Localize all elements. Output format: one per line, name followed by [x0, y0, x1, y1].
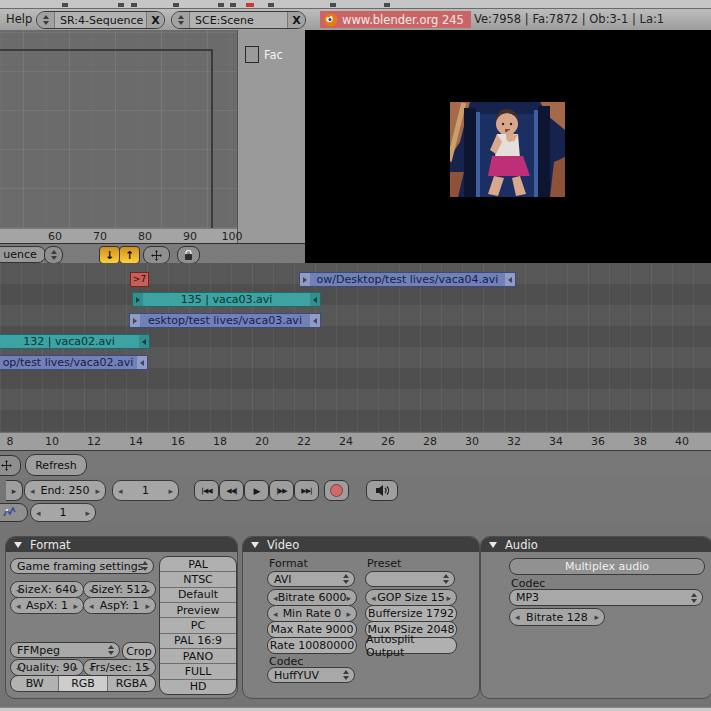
bitrate-field[interactable]: Bitrate 6000 — [267, 589, 357, 606]
preset-ntsc-button[interactable]: NTSC — [160, 572, 236, 587]
format-panel-header[interactable]: Format — [6, 537, 237, 552]
preset-full-button[interactable]: FULL — [160, 664, 236, 679]
seq-pan-button[interactable] — [0, 455, 21, 476]
channel-label[interactable]: Fac — [264, 48, 283, 62]
strip-vaca02-path[interactable]: op/test lives/vaca02.avi — [0, 355, 148, 370]
preset-preview-button[interactable]: Preview — [160, 603, 236, 618]
bw-button[interactable]: BW — [11, 676, 59, 691]
strip-label: op/test lives/vaca02.avi — [0, 356, 137, 369]
editor-type-field[interactable]: uence — [0, 246, 46, 263]
strip-right-handle[interactable] — [310, 293, 320, 306]
stepper-up-icon — [51, 250, 57, 254]
view-pan-button[interactable] — [143, 246, 170, 264]
video-panel-header[interactable]: Video — [243, 537, 479, 552]
refresh-button[interactable]: Refresh — [25, 454, 87, 476]
preset-pano-button[interactable]: PANO — [160, 649, 236, 664]
snap-down-button[interactable]: ↓ — [99, 246, 120, 264]
strip-vaca02-movie[interactable]: 132 | vaca02.avi — [0, 334, 150, 349]
scene-browser-stepper-icon[interactable] — [172, 12, 190, 28]
editor-type-button[interactable] — [0, 503, 28, 522]
strip-vaca03-path[interactable]: esktop/test lives/vaca03.avi — [129, 313, 321, 328]
end-frame-field[interactable]: End: 250 — [24, 480, 106, 501]
buttons-window: Format Game framing settings SizeX: 640 … — [0, 522, 711, 707]
lock-button[interactable] — [177, 246, 200, 264]
fps-field[interactable]: Frs/sec: 15 — [83, 659, 156, 676]
video-preset-dropdown[interactable] — [365, 571, 455, 587]
version-badge-text: www.blender.org 245 — [342, 13, 464, 27]
panel-collapse-icon[interactable] — [489, 542, 497, 548]
gop-size-field[interactable]: GOP Size 15 — [365, 589, 457, 606]
jump-to-end-button[interactable]: ▶▶| — [294, 480, 319, 501]
ruler-tick: 16 — [165, 435, 191, 448]
strip-effect[interactable]: >7 — [130, 272, 149, 287]
ruler-tick: 24 — [333, 435, 359, 448]
speaker-icon — [375, 484, 390, 497]
preset-hd-button[interactable]: HD — [160, 680, 236, 694]
cropped-text-mark — [131, 3, 137, 7]
vse-preview-window[interactable] — [305, 30, 711, 264]
next-frame-button[interactable]: |▶▶ — [269, 480, 294, 501]
play-button[interactable]: ▶ — [244, 480, 269, 501]
buttons-frame-field[interactable]: 1 — [30, 503, 96, 522]
video-format-dropdown[interactable]: AVI — [267, 571, 355, 587]
strip-left-handle[interactable] — [133, 293, 143, 306]
rgb-button[interactable]: RGB — [59, 676, 107, 691]
screen-browser[interactable]: SR:4-Sequence X — [36, 11, 165, 29]
video-codec-dropdown[interactable]: HuffYUV — [267, 667, 355, 683]
rate-button[interactable]: Rate 10080000 — [267, 637, 357, 654]
scene-browser-close-button[interactable]: X — [287, 12, 305, 28]
screen-browser-close-button[interactable]: X — [146, 12, 164, 28]
buffersize-button[interactable]: Buffersize 1792 — [365, 605, 457, 622]
audio-codec-dropdown[interactable]: MP3 — [509, 589, 703, 606]
autosplit-button[interactable]: Autosplit Output — [365, 637, 457, 654]
ipo-type-stepper[interactable] — [44, 246, 63, 264]
strip-vaca04-path[interactable]: ow/Desktop/test lives/vaca04.avi — [299, 272, 516, 287]
jump-to-start-button[interactable]: |◀◀ — [194, 480, 219, 501]
size-x-field[interactable]: SizeX: 640 — [10, 581, 84, 598]
rgba-button[interactable]: RGBA — [108, 676, 155, 691]
min-rate-field[interactable]: Min Rate 0 — [267, 605, 357, 622]
strip-right-handle[interactable] — [137, 356, 147, 369]
size-y-field[interactable]: SizeY: 512 — [83, 581, 156, 598]
crop-button[interactable]: Crop — [122, 642, 156, 660]
strip-right-handle[interactable] — [505, 273, 515, 286]
audio-panel-header[interactable]: Audio — [481, 537, 711, 552]
scene-browser-value[interactable]: SCE:Scene — [190, 12, 287, 28]
preset-default-button[interactable]: Default — [160, 588, 236, 603]
channel-checkbox[interactable] — [245, 46, 259, 63]
quality-field[interactable]: Quality: 90 — [10, 659, 84, 676]
start-field-partial[interactable]: ▸ — [6, 480, 23, 501]
scene-browser[interactable]: SCE:Scene X — [171, 11, 306, 29]
arrow-down-icon: ↓ — [105, 249, 114, 262]
dropdown-value: FFMpeg — [17, 644, 60, 657]
panel-collapse-icon[interactable] — [251, 542, 259, 548]
panel-collapse-icon[interactable] — [14, 542, 22, 548]
preset-pal169-button[interactable]: PAL 16:9 — [160, 634, 236, 649]
audio-mute-button[interactable] — [366, 480, 398, 501]
strip-right-handle[interactable] — [139, 335, 149, 348]
asp-x-field[interactable]: AspX: 1 — [10, 597, 84, 614]
help-menu[interactable]: Help — [6, 12, 32, 26]
ruler-tick: 36 — [585, 435, 611, 448]
screen-browser-value[interactable]: SR:4-Sequence — [55, 12, 146, 28]
preset-pal-button[interactable]: PAL — [160, 557, 236, 572]
game-framing-dropdown[interactable]: Game framing settings — [10, 558, 154, 574]
output-codec-dropdown[interactable]: FFMpeg — [10, 642, 120, 658]
ipo-grid[interactable] — [0, 30, 237, 228]
strip-right-handle[interactable] — [310, 314, 320, 327]
snap-up-button[interactable]: ↑ — [119, 246, 140, 264]
prev-frame-button[interactable]: ◀◀| — [219, 480, 244, 501]
preset-pc-button[interactable]: PC — [160, 618, 236, 633]
strip-left-handle[interactable] — [300, 273, 310, 286]
strip-vaca03-movie[interactable]: 135 | vaca03.avi — [132, 292, 321, 307]
screen-browser-stepper-icon[interactable] — [37, 12, 55, 28]
asp-y-field[interactable]: AspY: 1 — [83, 597, 156, 614]
buttons-editor-icon — [3, 507, 16, 518]
current-frame-field[interactable]: 1 — [112, 480, 179, 501]
strip-left-handle[interactable] — [130, 314, 140, 327]
record-button[interactable] — [324, 480, 349, 501]
audio-bitrate-field[interactable]: Bitrate 128 — [509, 608, 605, 626]
sequencer-timeline[interactable]: >7 ow/Desktop/test lives/vaca04.avi 135 … — [0, 263, 711, 432]
multiplex-audio-button[interactable]: Multiplex audio — [509, 558, 705, 575]
max-rate-button[interactable]: Max Rate 9000 — [267, 621, 357, 638]
